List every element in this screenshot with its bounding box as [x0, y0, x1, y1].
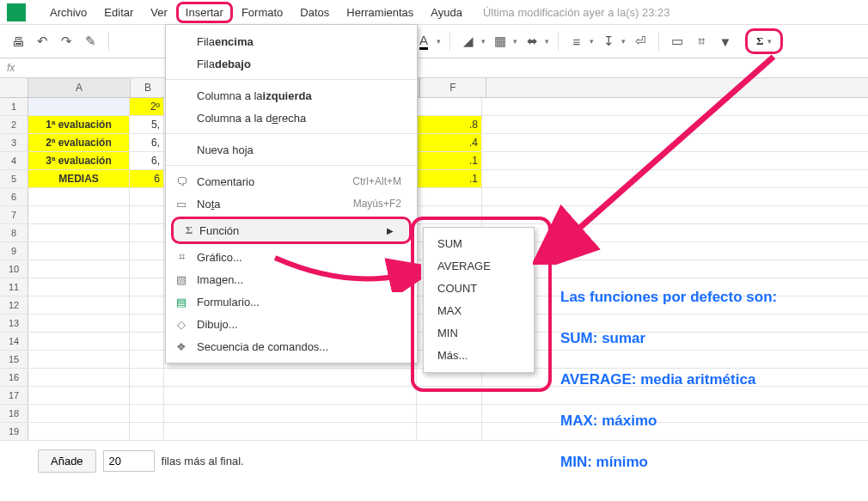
row-number[interactable]: 6: [0, 188, 28, 205]
row-number[interactable]: 15: [0, 351, 28, 368]
cell[interactable]: [482, 242, 868, 260]
cell[interactable]: [28, 315, 130, 332]
menu-script[interactable]: ❖Secuencia de comandos...: [166, 335, 417, 357]
row-number[interactable]: 17: [0, 387, 28, 404]
cell[interactable]: [28, 387, 130, 404]
row-number[interactable]: 14: [0, 333, 28, 350]
cell[interactable]: [482, 405, 868, 422]
cell[interactable]: [482, 170, 868, 187]
col-header-f[interactable]: F: [419, 78, 486, 97]
row-number[interactable]: 5: [0, 170, 28, 187]
menu-herramientas[interactable]: Herramientas: [338, 3, 422, 22]
cell[interactable]: [482, 387, 868, 404]
cell[interactable]: [130, 387, 164, 404]
row-number[interactable]: 4: [0, 152, 28, 169]
cell[interactable]: [28, 296, 130, 314]
row-number[interactable]: 19: [0, 423, 28, 440]
cell[interactable]: [164, 369, 417, 386]
formula-bar[interactable]: fx: [0, 58, 868, 78]
wrap-icon[interactable]: ⏎: [631, 32, 650, 51]
menu-col-left[interactable]: Columna a la izquierda: [166, 84, 417, 107]
submenu-min[interactable]: MIN: [424, 322, 534, 345]
cell[interactable]: 1ª evaluación: [28, 116, 130, 133]
borders-icon[interactable]: ▦: [491, 32, 510, 51]
cell[interactable]: [130, 260, 164, 278]
cell[interactable]: 3ª evaluación: [28, 152, 130, 169]
menu-col-right[interactable]: Columna a la derecha: [166, 107, 417, 129]
cell[interactable]: [482, 188, 868, 205]
cell[interactable]: MEDIAS: [28, 170, 130, 187]
cell[interactable]: .1: [417, 170, 482, 187]
cell[interactable]: [28, 369, 130, 386]
menu-formato[interactable]: Formato: [233, 3, 291, 22]
cell[interactable]: [164, 405, 417, 422]
menu-editar[interactable]: Editar: [95, 3, 142, 22]
cell[interactable]: [130, 206, 164, 223]
cell[interactable]: .4: [417, 134, 482, 151]
cell[interactable]: [482, 333, 868, 350]
submenu-count[interactable]: COUNT: [424, 278, 534, 300]
cell[interactable]: [164, 423, 417, 440]
row-number[interactable]: 8: [0, 224, 28, 241]
cell[interactable]: [28, 260, 130, 278]
menu-ayuda[interactable]: Ayuda: [422, 3, 471, 22]
cell[interactable]: [417, 423, 482, 440]
cell[interactable]: [130, 296, 164, 314]
cell[interactable]: [417, 387, 482, 404]
cell[interactable]: 6: [130, 170, 164, 187]
row-number[interactable]: 1: [0, 98, 28, 115]
row-number[interactable]: 3: [0, 134, 28, 151]
cell[interactable]: 6,: [130, 152, 164, 169]
cell[interactable]: [482, 116, 868, 133]
menu-datos[interactable]: Datos: [291, 3, 338, 22]
add-rows-input[interactable]: [103, 450, 155, 472]
cell[interactable]: [28, 278, 130, 296]
row-number[interactable]: 10: [0, 260, 28, 278]
menu-ver[interactable]: Ver: [142, 3, 176, 22]
cell[interactable]: [482, 260, 868, 278]
paintformat-icon[interactable]: ✎: [81, 32, 100, 51]
row-number[interactable]: 13: [0, 315, 28, 332]
valign-icon[interactable]: ↧: [599, 32, 618, 51]
cell[interactable]: [28, 351, 130, 368]
print-icon[interactable]: 🖶: [9, 32, 28, 51]
menu-comment[interactable]: 🗨ComentarioCtrl+Alt+M: [166, 170, 417, 192]
merge-icon[interactable]: ⬌: [523, 32, 541, 51]
cell[interactable]: [164, 387, 417, 404]
cell[interactable]: [130, 369, 164, 386]
cell[interactable]: 6,: [130, 134, 164, 151]
menu-chart[interactable]: ⌗Gráfico...: [166, 246, 417, 268]
cell[interactable]: [28, 224, 130, 241]
cell[interactable]: 2º: [130, 98, 164, 115]
cell[interactable]: [28, 333, 130, 350]
submenu-max[interactable]: MAX: [424, 300, 534, 322]
cell[interactable]: 5,: [130, 116, 164, 133]
cell[interactable]: [130, 405, 164, 422]
cell[interactable]: .8: [417, 116, 482, 133]
menu-form[interactable]: ▤Formulario...: [166, 290, 417, 313]
halign-icon[interactable]: ≡: [567, 32, 586, 51]
redo-icon[interactable]: ↷: [57, 32, 76, 51]
cell[interactable]: [417, 206, 482, 223]
row-number[interactable]: 9: [0, 242, 28, 260]
menu-note[interactable]: ▭NotaMayús+F2: [166, 192, 417, 215]
fillcolor-icon[interactable]: ◢: [459, 32, 478, 51]
menu-archivo[interactable]: Archivo: [41, 3, 95, 22]
cell[interactable]: [28, 242, 130, 260]
col-header-a[interactable]: A: [28, 78, 131, 97]
menu-function[interactable]: ΣFunción▶: [171, 217, 412, 244]
cell[interactable]: [130, 242, 164, 260]
menu-new-sheet[interactable]: Nueva hoja: [166, 138, 417, 161]
cell[interactable]: [28, 188, 130, 205]
cell[interactable]: [130, 315, 164, 332]
cell[interactable]: [417, 98, 482, 115]
cell[interactable]: [28, 98, 130, 115]
cell[interactable]: [28, 423, 130, 440]
cell[interactable]: [130, 224, 164, 241]
cell[interactable]: [130, 351, 164, 368]
cell[interactable]: [130, 278, 164, 296]
cell[interactable]: [28, 206, 130, 223]
functions-toolbar-button[interactable]: Σ ▾: [745, 28, 783, 54]
cell[interactable]: [417, 405, 482, 422]
cell[interactable]: [417, 188, 482, 205]
